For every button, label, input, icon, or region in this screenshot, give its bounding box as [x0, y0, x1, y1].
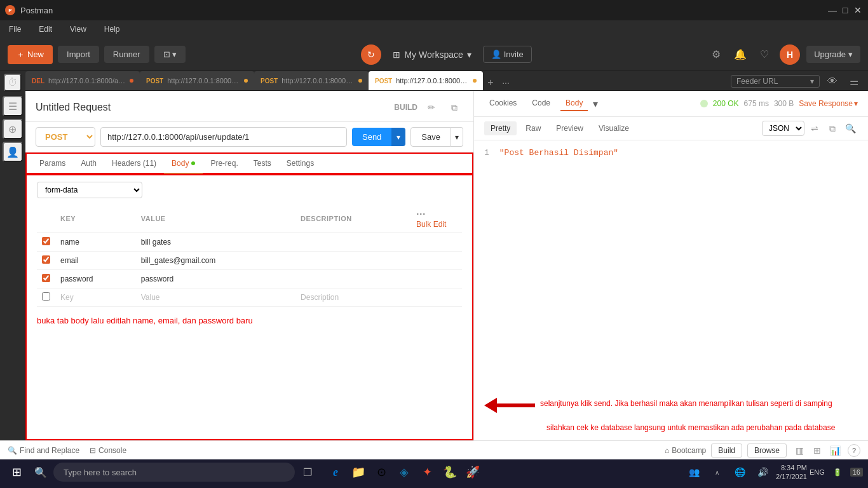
- main-toolbar: ＋ New Import Runner ⊡ ▾ ↻ ⊞ My Workspace…: [0, 38, 868, 71]
- avatar-button[interactable]: H: [780, 44, 800, 65]
- resp-view-pretty[interactable]: Pretty: [484, 121, 517, 135]
- taskview-button[interactable]: ❐: [297, 462, 318, 482]
- more-options-icon[interactable]: ···: [416, 208, 426, 219]
- sidebar-environments-icon[interactable]: ⊕: [3, 119, 23, 139]
- invite-button[interactable]: 👤 Invite: [483, 46, 532, 63]
- layout-single-icon[interactable]: ▥: [792, 443, 807, 458]
- sync-button[interactable]: ↻: [361, 44, 381, 65]
- row3-key: password: [55, 270, 136, 288]
- resp-tab-code[interactable]: Code: [527, 96, 555, 111]
- taskbar-explorer-icon[interactable]: 📁: [348, 462, 369, 482]
- minimize-button[interactable]: —: [827, 6, 837, 15]
- response-format-select[interactable]: JSON XML HTML Text: [762, 121, 804, 136]
- taskbar-search-input[interactable]: [53, 463, 295, 482]
- taskbar-edge-icon[interactable]: e: [325, 462, 346, 482]
- add-tab-button[interactable]: +: [483, 75, 498, 90]
- tab-tests[interactable]: Tests: [246, 154, 279, 174]
- resp-sort-icon[interactable]: ⇌: [807, 121, 822, 136]
- resp-view-raw[interactable]: Raw: [519, 121, 547, 135]
- tab-params[interactable]: Params: [32, 154, 73, 174]
- windows-start-button[interactable]: ⊞: [5, 461, 28, 484]
- description-col-header: DESCRIPTION: [295, 205, 411, 233]
- sidebar-user-icon[interactable]: 👤: [3, 142, 23, 162]
- resp-tab-body[interactable]: Body: [560, 96, 588, 111]
- tab-auth[interactable]: Auth: [73, 154, 104, 174]
- send-arrow-button[interactable]: ▾: [391, 128, 405, 146]
- taskbar-volume-icon[interactable]: 🔊: [753, 462, 773, 482]
- build-button[interactable]: Build: [711, 444, 742, 458]
- taskbar-battery-icon[interactable]: 🔋: [827, 462, 848, 482]
- resp-search-icon[interactable]: 🔍: [843, 121, 858, 136]
- resp-copy-icon[interactable]: ⧉: [825, 121, 840, 136]
- maximize-button[interactable]: □: [840, 6, 850, 15]
- duplicate-icon-button[interactable]: ⧉: [445, 98, 463, 116]
- bulk-edit-button[interactable]: Bulk Edit: [416, 220, 446, 229]
- eye-icon-button[interactable]: 👁: [824, 72, 841, 90]
- import-button[interactable]: Import: [58, 46, 99, 63]
- tab-post-user2[interactable]: POST http://127.0.0.1:8000/api/user/...: [369, 71, 483, 90]
- row1-checkbox[interactable]: [42, 237, 50, 245]
- chevron-up-icon: ∧: [715, 469, 719, 476]
- layout-button[interactable]: ⊡ ▾: [154, 46, 186, 63]
- taskbar-chevron-icon[interactable]: ∧: [707, 462, 728, 482]
- notification-icon-button[interactable]: 🔔: [731, 46, 749, 64]
- bootcamp-button[interactable]: ⌂ Bootcamp: [665, 446, 706, 455]
- save-arrow-button[interactable]: ▾: [451, 127, 463, 147]
- tab-post-user1[interactable]: POST http://127.0.0.1:8000/api/user/...: [254, 71, 369, 90]
- taskbar-search-icon[interactable]: 🔍: [31, 462, 51, 482]
- new-label: New: [27, 50, 44, 59]
- row2-checkbox[interactable]: [42, 255, 50, 264]
- save-button[interactable]: Save: [410, 127, 451, 147]
- method-select[interactable]: POST GET PUT DELETE PATCH: [36, 127, 95, 147]
- runner-button[interactable]: Runner: [104, 46, 149, 63]
- taskbar-people-icon[interactable]: 👥: [684, 462, 705, 482]
- sidebar-collections-icon[interactable]: ☰: [3, 96, 23, 116]
- find-replace-button[interactable]: 🔍 Find and Replace: [8, 446, 79, 455]
- resp-view-visualize[interactable]: Visualize: [592, 121, 635, 135]
- chevron-down-icon: ▾: [467, 50, 471, 60]
- more-tabs-button[interactable]: ···: [498, 75, 513, 90]
- sidebar-history[interactable]: ⏱: [4, 74, 22, 92]
- workspace-button[interactable]: ⊞ My Workspace ▾: [386, 46, 477, 64]
- resp-tab-cookies[interactable]: Cookies: [484, 96, 522, 111]
- new-button[interactable]: ＋ New: [8, 45, 53, 64]
- menu-edit[interactable]: Edit: [35, 24, 56, 35]
- tab-pre-req[interactable]: Pre-req.: [203, 154, 245, 174]
- method-label-post-2: POST: [146, 78, 163, 85]
- url-input[interactable]: [100, 127, 347, 147]
- console-button[interactable]: ⊟ Console: [90, 446, 126, 455]
- format-select[interactable]: form-data x-www-form-urlencoded raw bina…: [37, 182, 142, 198]
- layout-stats-icon[interactable]: 📊: [827, 443, 843, 458]
- upgrade-button[interactable]: Upgrade ▾: [806, 46, 860, 63]
- save-response-button[interactable]: Save Response ▾: [799, 99, 858, 108]
- close-button[interactable]: ✕: [853, 6, 863, 15]
- row3-checkbox[interactable]: [42, 274, 50, 282]
- taskbar-python-icon[interactable]: 🐍: [440, 462, 460, 482]
- taskbar-postman-icon[interactable]: 🚀: [463, 462, 483, 482]
- tab-del-post1[interactable]: DEL http://127.0.0.1:8000/api/post/1: [25, 71, 140, 90]
- help-button[interactable]: ?: [848, 444, 860, 457]
- tab-url-4: http://127.0.0.1:8000/api/user/...: [396, 77, 469, 85]
- pencil-icon-button[interactable]: ✏: [423, 98, 440, 116]
- taskbar-vscode-icon[interactable]: ◈: [394, 462, 414, 482]
- taskbar-git-icon[interactable]: ✦: [417, 462, 437, 482]
- settings-icon-button[interactable]: ⚌: [845, 72, 863, 90]
- row4-checkbox[interactable]: [42, 292, 50, 301]
- heart-icon-button[interactable]: ♡: [756, 46, 773, 64]
- menu-help[interactable]: Help: [100, 24, 124, 35]
- body-chevron-icon[interactable]: ▾: [593, 98, 598, 110]
- menu-view[interactable]: View: [66, 24, 90, 35]
- taskbar-chrome-icon[interactable]: ⊙: [371, 462, 391, 482]
- gear-icon-button[interactable]: ⚙: [707, 46, 725, 64]
- menu-file[interactable]: File: [5, 24, 25, 35]
- tab-settings[interactable]: Settings: [279, 154, 322, 174]
- tab-post-login[interactable]: POST http://127.0.0.1:8000/api/login: [140, 71, 254, 90]
- window-controls[interactable]: — □ ✕: [827, 6, 863, 15]
- tab-body[interactable]: Body: [164, 154, 203, 174]
- tab-headers[interactable]: Headers (11): [104, 154, 164, 174]
- send-button[interactable]: Send: [352, 128, 391, 146]
- browse-button[interactable]: Browse: [747, 444, 787, 458]
- taskbar-network-icon[interactable]: 🌐: [730, 462, 750, 482]
- layout-split-icon[interactable]: ⊞: [810, 443, 825, 458]
- resp-view-preview[interactable]: Preview: [550, 121, 590, 135]
